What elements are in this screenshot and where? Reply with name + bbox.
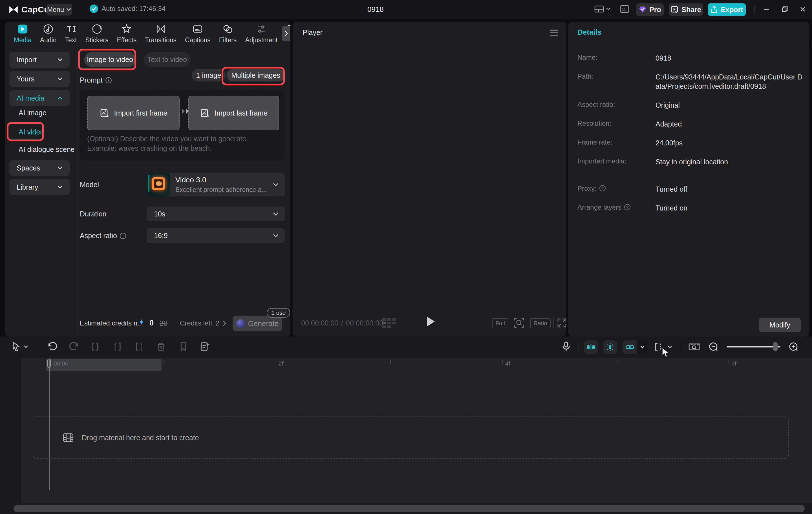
mouse-cursor [661,347,670,359]
tab-adjustment[interactable]: Adjustment [241,23,282,44]
zoom-out-icon [708,341,719,352]
timeline-horizontal-scrollbar[interactable] [13,505,805,512]
sidebar-item-ai-image[interactable]: AI image [19,107,47,118]
ruler-label-4f: 4f [505,360,510,367]
model-thumbnail [147,173,170,196]
auto-snap-toggle[interactable] [584,340,598,354]
chevron-right-icon [284,30,288,37]
share-button[interactable]: Share [669,3,703,16]
trash-icon [155,341,167,352]
info-icon[interactable]: i [120,233,126,239]
redo-button[interactable] [68,341,80,353]
full-quality-button[interactable]: Full [492,318,509,328]
playhead-handle[interactable] [47,359,51,368]
minimize-button[interactable] [762,5,771,14]
export-button[interactable]: Export [708,3,746,16]
pro-button[interactable]: Pro [636,3,664,16]
smart-doc-button[interactable] [199,341,210,353]
tab-captions[interactable]: Captions [181,23,215,44]
mode-1-image-button[interactable]: 1 image [192,69,226,82]
detail-row-resolution: Resolution: Adapted [577,119,803,129]
model-label: Model [80,181,99,189]
fullscreen-button[interactable] [557,318,567,329]
timeline-preview-button[interactable] [688,341,700,353]
sidebar-item-spaces[interactable]: Spaces [9,160,70,176]
aspect-ratio-dropdown[interactable]: 16:9 [147,228,285,243]
tabbar-scroll-right-button[interactable] [282,26,290,41]
help-icon[interactable]: ? [624,204,631,210]
player-panel: Player 00:00:00:00 / 00:00:00:00 Full [293,22,566,336]
delete-right-button[interactable] [133,341,145,353]
tab-filters[interactable]: Filters [215,23,241,44]
import-last-frame-button[interactable]: Import last frame [188,96,279,130]
share-icon [671,6,679,13]
split-button[interactable] [90,341,101,353]
toolbar-divider [38,342,38,352]
import-first-frame-button[interactable]: Import first frame [87,96,180,130]
timecode-current: 00:00:00:00 [301,319,338,327]
panel-notes-button[interactable] [620,5,629,13]
player-menu-button[interactable] [550,29,558,37]
tab-media[interactable]: Media [9,23,36,44]
menu-button[interactable]: Menu [47,4,72,16]
undo-button[interactable] [47,341,58,353]
duration-dropdown[interactable]: 10s [147,207,285,221]
detail-row-arrange-layers: Arrange layers? Turned on [577,204,803,213]
tab-effects[interactable]: Effects [113,23,141,44]
zoom-slider-handle[interactable] [773,342,778,352]
delete-left-icon [112,341,123,352]
ruler-tick-minor [390,360,391,364]
maximize-button[interactable] [780,5,789,14]
prompt-input-area[interactable]: Import first frame Import last frame (Op… [80,90,285,161]
tab-text[interactable]: Text [61,23,81,44]
info-icon[interactable]: i [106,77,112,83]
help-icon[interactable]: ? [600,185,606,191]
details-panel: Details Name: 0918 Path: C:/Users/93444/… [569,22,809,336]
preview-axis-toggle[interactable] [603,340,617,354]
generate-button[interactable]: Generate [233,315,282,331]
app-logo: CapCut [8,4,53,15]
sidebar-item-yours[interactable]: Yours [9,71,70,87]
chevron-up-icon [58,96,63,100]
layout-icon [594,5,604,13]
record-voiceover-button[interactable] [560,341,572,353]
tab-audio[interactable]: Audio [36,23,61,44]
ruler-tick-minor [617,360,617,364]
select-tool-button[interactable] [11,341,28,352]
delete-button[interactable] [155,341,167,353]
modify-button[interactable]: Modify [759,318,801,332]
duration-label: Duration [80,210,107,218]
sidebar-item-import[interactable]: Import [9,52,70,68]
chevron-down-icon [24,345,28,348]
model-dropdown[interactable]: Video 3.0 Excellent prompt adherence a..… [147,173,285,196]
sidebar-item-ai-media[interactable]: AI media [9,90,70,106]
ratio-button[interactable]: Ratio [530,318,551,328]
play-button[interactable] [426,316,436,328]
annotation-box-ai-video [7,122,44,141]
tab-transitions[interactable]: Transitions [141,23,181,44]
bookmark-icon [178,341,189,352]
timeline-dropzone[interactable]: Drag material here and start to create [33,417,789,459]
zoom-in-button[interactable] [788,341,799,353]
zoom-out-button[interactable] [708,341,719,353]
chevron-down-icon [66,8,71,11]
export-icon [710,6,718,13]
sidebar-item-ai-dialogue-scene[interactable]: AI dialogue scene [19,144,75,155]
effects-icon [121,23,133,35]
tab-stickers[interactable]: Stickers [81,23,113,44]
delete-left-button[interactable] [112,341,123,353]
media-icon [17,23,28,35]
zoom-preview-button[interactable] [514,318,524,329]
close-button[interactable] [799,5,807,14]
credits-left-link[interactable]: Credits left 2 [180,319,226,327]
link-clips-toggle[interactable] [622,340,647,354]
tab-text-to-video[interactable]: Text to video [144,52,191,67]
toolbar-divider [579,342,579,352]
minimize-icon [762,5,771,13]
timeline-zoom-slider[interactable] [727,346,780,347]
autosave-check-icon [90,4,98,13]
mark-button[interactable] [178,341,189,353]
layout-switch-button[interactable] [594,5,610,13]
sidebar-item-library[interactable]: Library [9,179,70,195]
player-title: Player [302,28,323,37]
